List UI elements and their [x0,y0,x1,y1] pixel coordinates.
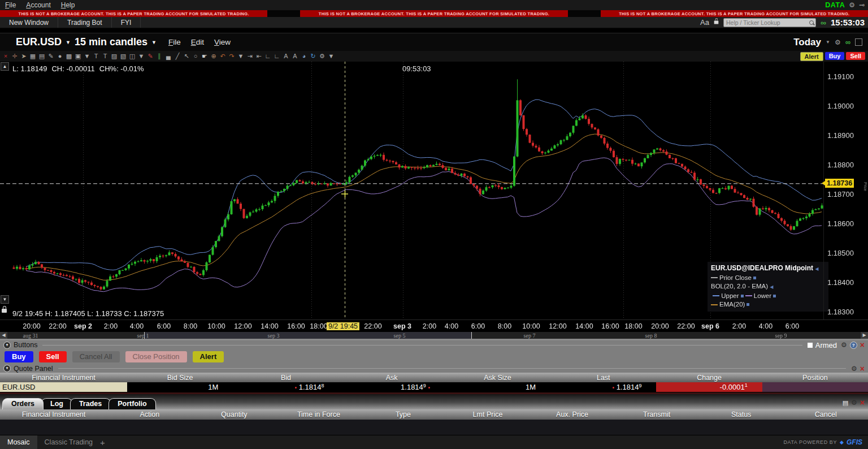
layout-icon[interactable]: ◫ [128,51,137,62]
dropdown-icon[interactable]: ▼ [83,51,92,62]
quote-col-last[interactable]: Last [550,374,656,382]
grid-icon[interactable]: ▦ [28,51,37,62]
pan-hand-icon[interactable]: ☛ [200,51,209,62]
expand-right-icon[interactable]: ⇥ [245,51,254,62]
orders-col-time-in-force[interactable]: Time in Force [276,411,361,418]
orders-col-lmt-price[interactable]: Lmt Price [445,411,530,418]
legend-collapse-icon[interactable]: ◀ [815,266,818,271]
scroll-right-icon[interactable]: ▶ [861,332,868,339]
collapse-quote-icon[interactable]: ▼ [3,365,11,372]
auto-scale-icon[interactable]: ∟ [272,51,281,62]
legend-collapse-icon[interactable]: ◀ [770,284,773,290]
quote-col-position[interactable]: Position [762,374,868,382]
move-icon[interactable]: ✛ [10,51,19,62]
quote-col-ask-size[interactable]: Ask Size [445,374,550,382]
symbol-dropdown-icon[interactable]: ▼ [66,40,71,45]
menu-help[interactable]: Help [56,1,80,9]
pin-icon[interactable]: ⊸ [859,1,865,9]
price-axis[interactable]: 1.18736 Price 1.191001.190001.189001.188… [823,62,868,320]
tab-orders[interactable]: Orders [2,398,44,409]
legend-ema[interactable]: EMA(20) [719,301,745,308]
alert-button-small[interactable]: Alert [800,52,823,61]
chart-scrollbar[interactable]: ◀ ▶ aug 31sep 1sep 3sep 5sep 7sep 8sep 9 [0,332,868,340]
gear-icon[interactable]: ⚙ [849,1,855,9]
close-panel-icon[interactable]: × [860,365,865,372]
tab-log[interactable]: Log [41,398,72,409]
workspace-tab-mosaic[interactable]: Mosaic [0,435,37,449]
scrollbar-thumb[interactable] [144,332,472,339]
print-icon[interactable]: ▤ [37,51,46,62]
cancel-all-button[interactable]: Cancel All [72,351,120,362]
quote-row[interactable]: EUR.USD 1M 1.18148 1.18149 1M 1.18149 -0… [0,382,868,392]
volume-icon[interactable]: ▄ [164,51,173,62]
chart-symbol[interactable]: EUR.USD [16,36,62,48]
chart-plot[interactable]: L: 1.18149 CH: -0.00011 CH%: -0.01% 09:5… [0,62,868,320]
legend-prior-close[interactable]: Prior Close [719,274,752,281]
customize-icon[interactable]: ⚙ [841,341,847,349]
expand-left-icon[interactable]: ⇤ [254,51,263,62]
dropdown-icon[interactable]: ▼ [137,51,146,62]
add-workspace-button[interactable]: + [100,438,105,447]
sell-button-small[interactable]: Sell [846,52,865,60]
annotate-icon[interactable]: ✎ [146,51,155,62]
crosshair-target-icon[interactable]: ⊕ [209,51,218,62]
close-icon[interactable]: × [1,51,10,62]
scroll-left-icon[interactable]: ◀ [0,332,7,339]
legend-bollinger[interactable]: BOL(20, 2.0 - EMA) [711,283,768,290]
fullscreen-icon[interactable] [855,38,862,46]
redo-icon[interactable]: ↷ [227,51,236,62]
map-icon[interactable]: ▩ [64,51,73,62]
workspace-tab-classic[interactable]: Classic Trading [37,438,100,446]
legend-config-icon[interactable] [753,277,756,279]
log-scale-icon[interactable]: ∟ [263,51,272,62]
link-group-icon[interactable]: ∞ [821,18,826,27]
buy-button-small[interactable]: Buy [825,52,845,60]
orders-col-aux-price[interactable]: Aux. Price [530,411,615,418]
quote-col-change[interactable]: Change [656,374,762,382]
tools-icon[interactable]: ⚙ [318,51,327,62]
chart-timeframe[interactable]: 15 min candles [75,36,147,48]
help-icon[interactable]: ? [850,342,857,349]
orders-col-cancel[interactable]: Cancel [783,411,868,418]
hilo-icon[interactable]: ∥ [155,51,164,62]
snapshot-icon[interactable]: ▣ [73,51,83,62]
orders-col-financial-instrument[interactable]: Financial Instrument [0,411,107,418]
toolbar-tab-new-window[interactable]: New Window [0,17,58,28]
x-axis[interactable]: 20:0022:00sep 22:004:006:008:0010:0012:0… [0,320,868,332]
toolbar-tab-trading-bot[interactable]: Trading Bot [58,17,112,28]
menu-file[interactable]: File [0,1,21,9]
text-icon[interactable]: T [92,51,101,62]
quote-instrument[interactable]: EUR.USD [0,382,127,392]
chart-style-icon[interactable]: ▨ [110,51,119,62]
legend-config-icon[interactable] [741,295,744,297]
toolbar-tab-fyi[interactable]: FYI [112,17,141,28]
reload-icon[interactable]: ↻ [309,51,318,62]
close-panel-icon[interactable]: × [860,399,865,406]
report-icon[interactable]: ▤ [843,399,848,407]
undo-icon[interactable]: ↶ [218,51,227,62]
timeframe-dropdown-icon[interactable]: ▼ [151,40,157,45]
chart-lock-icon[interactable] [2,309,7,313]
cursor-icon[interactable]: ➤ [19,51,28,62]
close-panel-icon[interactable]: × [860,342,865,348]
close-position-button[interactable]: Close Position [125,351,187,362]
orders-col-transmit[interactable]: Transmit [614,411,699,418]
chart-settings-icon[interactable]: ⚙ [835,38,841,46]
font-smaller-icon[interactable]: A [281,51,290,62]
tab-portfolio[interactable]: Portfolio [108,398,155,409]
trendline-icon[interactable]: ╱ [173,51,182,62]
quote-col-ask[interactable]: Ask [339,374,445,382]
tab-trades[interactable]: Trades [70,398,111,409]
orders-col-status[interactable]: Status [699,411,784,418]
customize-icon[interactable]: ⚙ [851,399,857,407]
quote-col-financial-instrument[interactable]: Financial Instrument [0,374,127,382]
legend-lower[interactable]: Lower [754,292,771,299]
chart-menu-file[interactable]: File [168,38,181,46]
magnify-icon[interactable]: ○ [191,51,200,62]
legend-config-icon[interactable] [747,303,749,306]
dropdown-icon[interactable]: ▼ [236,51,245,62]
theme-icon[interactable]: ◕ [300,51,309,62]
lock-icon[interactable] [714,21,719,24]
ticker-search-input[interactable] [723,18,816,27]
collapse-buttons-icon[interactable]: ▼ [3,342,11,349]
